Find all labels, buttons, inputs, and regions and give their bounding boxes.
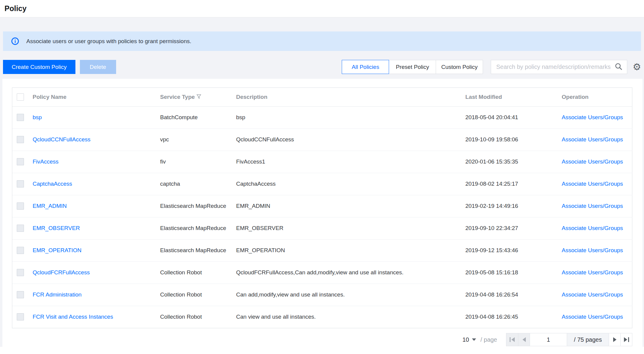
description-cell: Can add,modify,view and use all instance… [236,284,465,306]
delete-button[interactable]: Delete [80,60,116,74]
description-cell: EMR_OPERATION [236,239,465,261]
total-pages-label: / 75 pages [567,333,609,346]
tab-preset-policy[interactable]: Preset Policy [389,60,436,74]
policy-name-link[interactable]: FivAccess [33,158,59,165]
column-header-description: Description [236,88,465,106]
toolbar: Create Custom Policy Delete All Policies… [3,60,641,74]
service-type-cell: Elasticsearch MapReduce [160,239,236,261]
associate-users-groups-link[interactable]: Associate Users/Groups [562,181,623,187]
last-modified-cell: 2019-08-02 14:25:17 [465,173,562,195]
policy-name-link[interactable]: QcloudFCRFullAccess [33,269,90,276]
page-header: Policy [0,0,644,17]
previous-page-button[interactable] [518,333,530,346]
service-type-cell: Collection Robot [160,306,236,328]
current-page-input[interactable]: 1 [530,333,567,346]
service-type-cell: Elasticsearch MapReduce [160,195,236,217]
policy-table: Policy Name Service Type Description Las… [12,88,632,328]
row-checkbox[interactable] [17,158,24,165]
last-modified-cell: 2019-09-12 15:43:46 [465,239,562,261]
description-cell: QcloudFCRFullAccess,Can add,modify,view … [236,261,465,284]
tab-all-policies[interactable]: All Policies [342,60,389,74]
left-gutter [0,79,2,347]
row-checkbox[interactable] [17,247,24,254]
policy-name-link[interactable]: EMR_OBSERVER [33,225,80,231]
gear-icon[interactable]: ⚙ [633,62,641,72]
policy-name-link[interactable]: EMR_ADMIN [33,203,67,209]
row-checkbox[interactable] [17,202,24,210]
last-modified-cell: 2018-05-04 20:04:41 [465,106,562,128]
row-checkbox[interactable] [17,269,24,276]
associate-users-groups-link[interactable]: Associate Users/Groups [562,314,623,320]
row-checkbox[interactable] [17,313,24,320]
row-checkbox[interactable] [17,180,24,187]
row-checkbox[interactable] [17,225,24,232]
table-row: CaptchaAccess captcha CaptchaAccess 2019… [12,173,632,195]
policy-name-link[interactable]: CaptchaAccess [33,181,72,187]
page-title: Policy [4,4,27,13]
service-type-cell: fiv [160,151,236,173]
table-row: bsp BatchCompute bsp 2018-05-04 20:04:41… [12,106,632,128]
last-modified-cell: 2019-04-08 16:26:45 [465,306,562,328]
tab-custom-policy[interactable]: Custom Policy [436,60,483,74]
search-input[interactable] [496,63,612,71]
associate-users-groups-link[interactable]: Associate Users/Groups [562,291,623,298]
policy-name-link[interactable]: EMR_OPERATION [33,247,81,253]
description-cell: FivAccess1 [236,151,465,173]
first-page-button[interactable] [506,333,518,346]
description-cell: EMR_ADMIN [236,195,465,217]
associate-users-groups-link[interactable]: Associate Users/Groups [562,269,623,276]
column-header-policy-name: Policy Name [33,88,160,106]
row-checkbox[interactable] [17,136,24,143]
select-all-checkbox[interactable] [17,93,24,101]
last-modified-cell: 2019-10-09 19:58:06 [465,128,562,151]
last-modified-cell: 2020-01-06 15:35:35 [465,151,562,173]
associate-users-groups-link[interactable]: Associate Users/Groups [562,136,623,143]
policy-table-card: Policy Name Service Type Description Las… [12,87,632,328]
service-type-cell: Collection Robot [160,284,236,306]
policy-name-link[interactable]: QcloudCCNFullAccess [33,136,90,143]
page-size-dropdown[interactable]: 10 [462,336,476,343]
table-row: QcloudFCRFullAccess Collection Robot Qcl… [12,261,632,284]
info-icon: i [11,37,19,45]
service-type-cell: Collection Robot [160,261,236,284]
service-type-cell: captcha [160,173,236,195]
info-banner: i Associate users or user groups with po… [3,31,641,51]
associate-users-groups-link[interactable]: Associate Users/Groups [562,247,623,253]
description-cell: Can view and use all instances. [236,306,465,328]
table-header-row: Policy Name Service Type Description Las… [12,88,632,106]
pager-controls: 1 / 75 pages [506,333,632,346]
create-custom-policy-button[interactable]: Create Custom Policy [3,60,75,74]
top-section: i Associate users or user groups with po… [0,17,644,79]
last-page-icon [624,337,627,342]
search-box[interactable] [491,60,627,74]
associate-users-groups-link[interactable]: Associate Users/Groups [562,225,623,231]
last-modified-cell: 2019-02-19 14:49:16 [465,195,562,217]
table-row: FCR Visit and Access Instances Collectio… [12,306,632,328]
associate-users-groups-link[interactable]: Associate Users/Groups [562,158,623,165]
policy-name-link[interactable]: FCR Visit and Access Instances [33,314,113,320]
associate-users-groups-link[interactable]: Associate Users/Groups [562,203,623,209]
description-cell: bsp [236,106,465,128]
row-checkbox[interactable] [17,291,24,298]
chevron-down-icon [472,338,476,341]
next-page-button[interactable] [609,333,620,346]
right-gutter [643,79,644,347]
service-type-cell: Elasticsearch MapReduce [160,217,236,239]
column-header-operation: Operation [562,88,632,106]
filter-icon[interactable] [197,94,201,100]
associate-users-groups-link[interactable]: Associate Users/Groups [562,114,623,120]
next-page-icon [613,337,616,342]
column-header-service-type: Service Type [160,88,236,106]
last-page-button[interactable] [620,333,632,346]
policy-name-link[interactable]: bsp [33,114,42,120]
search-icon[interactable] [615,63,622,72]
table-row: FCR Administration Collection Robot Can … [12,284,632,306]
page-size-value: 10 [462,336,469,343]
policy-name-link[interactable]: FCR Administration [33,291,82,298]
column-header-last-modified: Last Modified [465,88,562,106]
table-row: FivAccess fiv FivAccess1 2020-01-06 15:3… [12,151,632,173]
row-checkbox[interactable] [17,114,24,121]
table-row: QcloudCCNFullAccess vpc QcloudCCNFullAcc… [12,128,632,151]
table-row: EMR_ADMIN Elasticsearch MapReduce EMR_AD… [12,195,632,217]
last-modified-cell: 2019-04-08 16:26:54 [465,284,562,306]
